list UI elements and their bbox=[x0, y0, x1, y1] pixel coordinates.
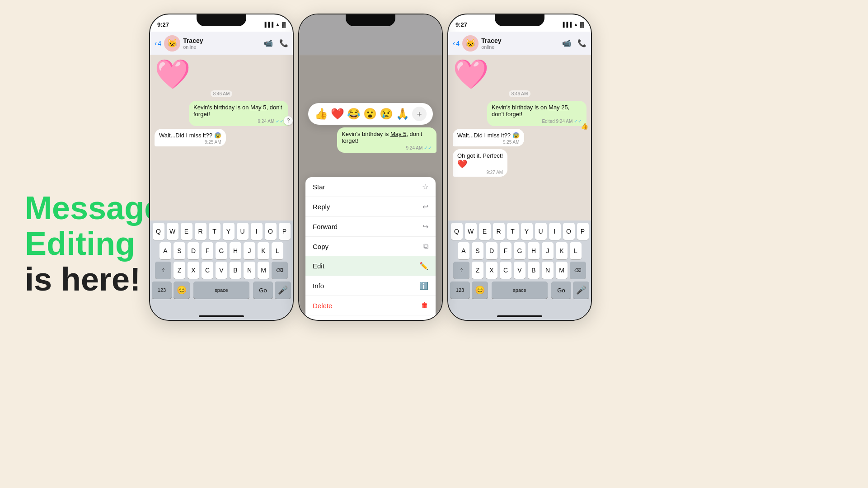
key-s-r[interactable]: S bbox=[472, 242, 483, 259]
key-u-r[interactable]: U bbox=[535, 223, 547, 240]
bubble-out-left[interactable]: Kevin's birthday is on May 5, don't forg… bbox=[189, 101, 288, 126]
key-p-r[interactable]: P bbox=[577, 223, 589, 240]
ctx-copy[interactable]: Copy ⧉ bbox=[305, 237, 436, 256]
back-button-left[interactable]: ‹ 4 bbox=[155, 39, 161, 47]
key-w[interactable]: W bbox=[167, 223, 178, 240]
emoji-pray[interactable]: 🙏 bbox=[396, 108, 409, 120]
key-e[interactable]: E bbox=[181, 223, 192, 240]
key-a-r[interactable]: A bbox=[458, 242, 469, 259]
key-f-r[interactable]: F bbox=[500, 242, 511, 259]
key-v-r[interactable]: V bbox=[514, 262, 525, 279]
key-space-r[interactable]: space bbox=[492, 282, 548, 299]
ctx-forward-label: Forward bbox=[313, 223, 338, 230]
key-p[interactable]: P bbox=[279, 223, 291, 240]
key-emoji[interactable]: 😊 bbox=[174, 282, 190, 299]
key-o[interactable]: O bbox=[265, 223, 277, 240]
key-l[interactable]: L bbox=[272, 242, 283, 259]
bubble-in2-right[interactable]: Oh got it. Perfect! ❤️ 9:27 AM bbox=[453, 149, 507, 177]
key-emoji-r[interactable]: 😊 bbox=[472, 282, 488, 299]
video-call-icon-r[interactable]: 📹 bbox=[562, 39, 571, 47]
key-w-r[interactable]: W bbox=[465, 223, 477, 240]
keyboard-left[interactable]: Q W E R T Y U I O P A S D F G H bbox=[150, 221, 293, 320]
emoji-add-btn[interactable]: ＋ bbox=[412, 107, 427, 121]
emoji-heart[interactable]: ❤️ bbox=[331, 108, 344, 120]
bubble-out-right[interactable]: Kevin's birthday is on May 25, don't for… bbox=[487, 101, 586, 126]
ctx-edit[interactable]: Edit ✏️ bbox=[305, 256, 436, 276]
key-e-r[interactable]: E bbox=[479, 223, 491, 240]
key-l-r[interactable]: L bbox=[570, 242, 582, 259]
key-del[interactable]: ⌫ bbox=[272, 262, 288, 279]
bubble-highlighted[interactable]: Kevin's birthday is May 5, don't forget!… bbox=[337, 127, 436, 153]
ctx-info[interactable]: Info ℹ️ bbox=[305, 276, 436, 296]
key-z[interactable]: Z bbox=[174, 262, 185, 279]
back-button-right[interactable]: ‹ 4 bbox=[453, 39, 460, 47]
key-b-r[interactable]: B bbox=[528, 262, 540, 279]
key-h-r[interactable]: H bbox=[528, 242, 540, 259]
key-d[interactable]: D bbox=[188, 242, 199, 259]
key-b[interactable]: B bbox=[230, 262, 241, 279]
phone-call-icon-r[interactable]: 📞 bbox=[577, 39, 586, 47]
emoji-laugh[interactable]: 😂 bbox=[347, 108, 361, 120]
key-a[interactable]: A bbox=[160, 242, 171, 259]
key-n[interactable]: N bbox=[244, 262, 255, 279]
key-f[interactable]: F bbox=[202, 242, 213, 259]
ctx-star[interactable]: Star ☆ bbox=[305, 177, 436, 197]
bubble-in-left[interactable]: Wait...Did I miss it?? 😰 9:25 AM bbox=[155, 129, 226, 146]
header-icons-right[interactable]: 📹 📞 bbox=[562, 39, 586, 47]
key-m[interactable]: M bbox=[258, 262, 269, 279]
ctx-delete[interactable]: Delete 🗑 bbox=[305, 296, 436, 315]
key-i[interactable]: I bbox=[251, 223, 263, 240]
key-123-r[interactable]: 123 bbox=[450, 282, 470, 299]
key-d-r[interactable]: D bbox=[486, 242, 497, 259]
emoji-thumbs-up[interactable]: 👍 bbox=[314, 108, 328, 120]
key-g[interactable]: G bbox=[216, 242, 227, 259]
key-space[interactable]: space bbox=[193, 282, 249, 299]
key-r-r[interactable]: R bbox=[493, 223, 505, 240]
key-j-r[interactable]: J bbox=[542, 242, 554, 259]
key-g-r[interactable]: G bbox=[514, 242, 525, 259]
keyboard-right[interactable]: Q W E R T Y U I O P A S D F G H bbox=[448, 221, 591, 320]
phone-call-icon[interactable]: 📞 bbox=[279, 39, 288, 47]
key-u[interactable]: U bbox=[237, 223, 249, 240]
key-x-r[interactable]: X bbox=[486, 262, 497, 279]
bubble-in1-right[interactable]: Wait...Did I miss it?? 😰 9:25 AM bbox=[453, 129, 524, 146]
ctx-reply[interactable]: Reply ↩ bbox=[305, 197, 436, 217]
video-call-icon[interactable]: 📹 bbox=[264, 39, 273, 47]
key-q[interactable]: Q bbox=[153, 223, 164, 240]
key-k-r[interactable]: K bbox=[556, 242, 568, 259]
header-icons-left[interactable]: 📹 📞 bbox=[264, 39, 288, 47]
key-go-r[interactable]: Go bbox=[551, 282, 571, 299]
key-n-r[interactable]: N bbox=[542, 262, 554, 279]
key-k[interactable]: K bbox=[258, 242, 269, 259]
key-del-r[interactable]: ⌫ bbox=[570, 262, 586, 279]
key-c[interactable]: C bbox=[202, 262, 213, 279]
ctx-forward[interactable]: Forward ↪ bbox=[305, 217, 436, 237]
key-go[interactable]: Go bbox=[253, 282, 273, 299]
key-m-r[interactable]: M bbox=[556, 262, 568, 279]
key-s[interactable]: S bbox=[174, 242, 185, 259]
key-q-r[interactable]: Q bbox=[451, 223, 463, 240]
key-h[interactable]: H bbox=[230, 242, 241, 259]
key-t-r[interactable]: T bbox=[507, 223, 519, 240]
key-123[interactable]: 123 bbox=[152, 282, 172, 299]
key-shift-r[interactable]: ⇧ bbox=[453, 262, 469, 279]
emoji-wow[interactable]: 😮 bbox=[363, 108, 377, 120]
key-j[interactable]: J bbox=[244, 242, 255, 259]
emoji-bar[interactable]: 👍 ❤️ 😂 😮 😢 🙏 ＋ bbox=[308, 103, 433, 125]
key-mic-r[interactable]: 🎤 bbox=[573, 282, 589, 299]
key-shift[interactable]: ⇧ bbox=[155, 262, 171, 279]
kb-row2-left: A S D F G H J K L bbox=[150, 240, 293, 259]
key-mic[interactable]: 🎤 bbox=[275, 282, 291, 299]
key-i-r[interactable]: I bbox=[549, 223, 561, 240]
key-v[interactable]: V bbox=[216, 262, 227, 279]
key-x[interactable]: X bbox=[188, 262, 199, 279]
ctx-more[interactable]: More... bbox=[305, 315, 436, 321]
key-r[interactable]: R bbox=[195, 223, 206, 240]
key-t[interactable]: T bbox=[209, 223, 221, 240]
key-c-r[interactable]: C bbox=[500, 262, 511, 279]
emoji-cry[interactable]: 😢 bbox=[380, 108, 393, 120]
key-z-r[interactable]: Z bbox=[472, 262, 483, 279]
key-o-r[interactable]: O bbox=[563, 223, 575, 240]
key-y[interactable]: Y bbox=[223, 223, 235, 240]
key-y-r[interactable]: Y bbox=[521, 223, 533, 240]
